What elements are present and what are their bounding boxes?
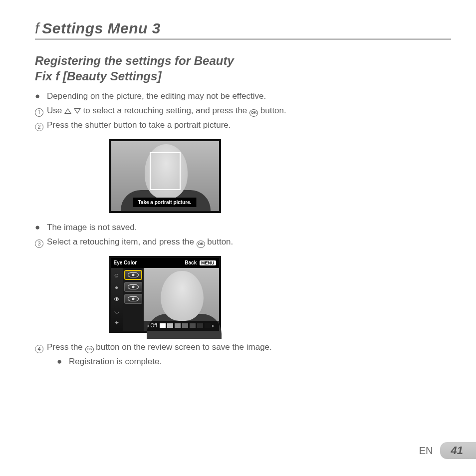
- figure-portrait: Take a portrait picture.: [109, 139, 221, 213]
- step-number-icon: 1: [35, 108, 43, 117]
- sparkle-icon: ✦: [113, 319, 121, 327]
- swatch: [197, 323, 203, 328]
- ok-button-icon: OK: [85, 346, 94, 353]
- eye-option: [124, 282, 142, 292]
- note-bullet: ● The image is not saved.: [35, 222, 294, 234]
- language-label: EN: [419, 445, 433, 457]
- arrow-right-icon: ▸: [212, 322, 215, 329]
- triangle-up-icon: [64, 108, 71, 114]
- note-text: Registration is complete.: [69, 356, 294, 368]
- step-4: 4 Press the OK button on the review scre…: [35, 342, 294, 353]
- heading-line2b: [Beauty Settings]: [59, 69, 161, 83]
- eye-option-list: [123, 268, 144, 331]
- step-number-icon: 4: [35, 345, 43, 353]
- figure1-caption: Take a portrait picture.: [133, 198, 196, 208]
- beauty-category-sidebar: ☺ ● 👁 ◡ ✦: [111, 268, 123, 331]
- swatch: [182, 323, 188, 328]
- step3-a: Select a retouching item, and press the: [47, 237, 197, 246]
- step-number-icon: 2: [35, 123, 43, 131]
- wrench-icon: f: [35, 20, 39, 37]
- step1-a: Use: [47, 106, 64, 115]
- eye-icon: 👁: [113, 295, 121, 303]
- step-3: 3 Select a retouching item, and press th…: [35, 237, 294, 248]
- face-icon: ●: [113, 283, 121, 291]
- step1-c: button.: [260, 106, 286, 115]
- swatch: [190, 323, 196, 328]
- eye-option: [124, 270, 142, 280]
- header-title: Settings Menu 3: [42, 20, 161, 37]
- step-2: 2 Press the shutter button to take a por…: [35, 120, 294, 131]
- page-number: 41: [451, 444, 463, 457]
- heading-line2a: Fix: [35, 69, 55, 83]
- ok-button-icon: OK: [249, 109, 258, 117]
- fig2-back: Back: [185, 260, 197, 265]
- section-heading: Registering the settings for Beauty Fix …: [35, 53, 269, 84]
- palette-off-label: Off: [151, 322, 157, 329]
- note-text: The image is not saved.: [47, 222, 294, 234]
- step-1: 1 Use to select a retouching setting, an…: [35, 105, 294, 117]
- page-header: f Settings Menu 3: [35, 20, 451, 40]
- swatch: [175, 323, 181, 328]
- note-bullet: ● Registration is complete.: [57, 356, 294, 368]
- eye-option: [124, 294, 142, 304]
- swatch: [160, 323, 166, 328]
- menu-badge-icon: MENU: [200, 260, 216, 265]
- lips-icon: ◡: [113, 307, 121, 315]
- triangle-down-icon: [74, 108, 81, 114]
- face-detect-box-icon: [150, 152, 181, 190]
- step1-b: to select a retouching setting, and pres…: [83, 106, 249, 115]
- swatch: [167, 323, 173, 328]
- step2-text: Press the shutter button to take a portr…: [47, 120, 294, 131]
- skin-icon: ☺: [113, 272, 121, 280]
- step3-b: button.: [207, 237, 233, 246]
- step4-a: Press the: [47, 342, 85, 352]
- step-number-icon: 3: [35, 239, 43, 248]
- color-palette: ◂ Off ▸: [144, 321, 219, 331]
- swatch: [205, 323, 211, 328]
- ok-button-icon: OK: [197, 240, 205, 248]
- arrow-left-icon: ◂: [147, 322, 149, 329]
- step4-b: button on the review screen to save the …: [96, 342, 271, 352]
- heading-line1: Registering the settings for Beauty: [35, 54, 234, 67]
- page-footer: EN 41: [419, 442, 476, 459]
- figure-eye-color: Eye Color Back MENU ☺ ● 👁 ◡ ✦: [109, 256, 221, 333]
- fig2-title: Eye Color: [114, 259, 137, 266]
- note-bullet: ● Depending on the picture, the editing …: [35, 91, 294, 102]
- preview-pane: ◂ Off ▸: [144, 268, 219, 331]
- note-text: Depending on the picture, the editing ma…: [47, 91, 294, 102]
